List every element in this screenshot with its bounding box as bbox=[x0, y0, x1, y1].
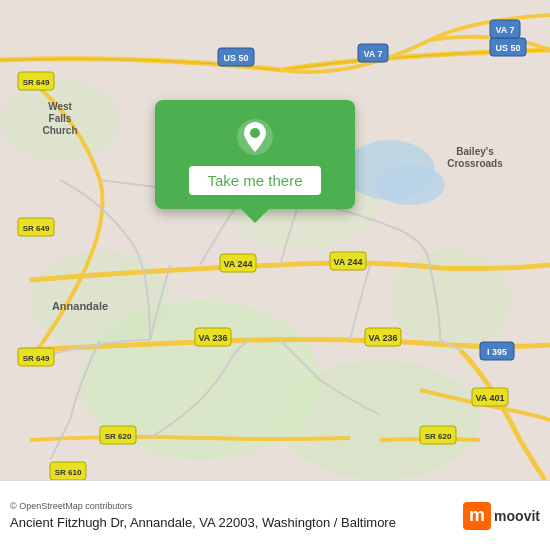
popup-card: Take me there bbox=[155, 100, 355, 209]
svg-text:SR 649: SR 649 bbox=[23, 354, 50, 363]
moovit-icon: m bbox=[463, 502, 491, 530]
svg-text:SR 649: SR 649 bbox=[23, 224, 50, 233]
svg-text:VA 401: VA 401 bbox=[475, 393, 504, 403]
svg-text:Bailey's: Bailey's bbox=[456, 146, 494, 157]
svg-text:SR 649: SR 649 bbox=[23, 78, 50, 87]
svg-text:US 50: US 50 bbox=[495, 43, 520, 53]
map-background: US 50 US 50 VA 7 VA 7 SR 649 SR 649 SR 6… bbox=[0, 0, 550, 480]
bottom-bar: © OpenStreetMap contributors Ancient Fit… bbox=[0, 480, 550, 550]
svg-text:US 50: US 50 bbox=[223, 53, 248, 63]
attribution: © OpenStreetMap contributors bbox=[10, 501, 540, 511]
svg-text:Church: Church bbox=[43, 125, 78, 136]
svg-text:VA 7: VA 7 bbox=[495, 25, 514, 35]
svg-text:VA 244: VA 244 bbox=[223, 259, 252, 269]
attribution-text: © OpenStreetMap contributors bbox=[10, 501, 132, 511]
svg-point-2 bbox=[280, 360, 480, 480]
address-line: Ancient Fitzhugh Dr, Annandale, VA 22003… bbox=[10, 515, 540, 530]
svg-text:Falls: Falls bbox=[49, 113, 72, 124]
svg-text:SR 620: SR 620 bbox=[425, 432, 452, 441]
svg-point-48 bbox=[250, 128, 260, 138]
svg-text:SR 620: SR 620 bbox=[105, 432, 132, 441]
svg-text:VA 7: VA 7 bbox=[363, 49, 382, 59]
svg-text:I 395: I 395 bbox=[487, 347, 507, 357]
svg-text:SR 610: SR 610 bbox=[55, 468, 82, 477]
moovit-logo: m moovit bbox=[463, 502, 540, 530]
svg-text:VA 244: VA 244 bbox=[333, 257, 362, 267]
svg-text:West: West bbox=[48, 101, 72, 112]
svg-point-8 bbox=[375, 165, 445, 205]
svg-text:VA 236: VA 236 bbox=[198, 333, 227, 343]
svg-text:Annandale: Annandale bbox=[52, 300, 108, 312]
svg-text:Crossroads: Crossroads bbox=[447, 158, 503, 169]
take-me-there-button[interactable]: Take me there bbox=[189, 166, 320, 195]
svg-text:VA 236: VA 236 bbox=[368, 333, 397, 343]
location-pin-icon bbox=[236, 118, 274, 156]
map-container: US 50 US 50 VA 7 VA 7 SR 649 SR 649 SR 6… bbox=[0, 0, 550, 480]
address-text: Ancient Fitzhugh Dr, Annandale, VA 22003… bbox=[10, 515, 258, 530]
region-text: Washington / Baltimore bbox=[262, 515, 396, 530]
moovit-brand-name: moovit bbox=[494, 508, 540, 524]
